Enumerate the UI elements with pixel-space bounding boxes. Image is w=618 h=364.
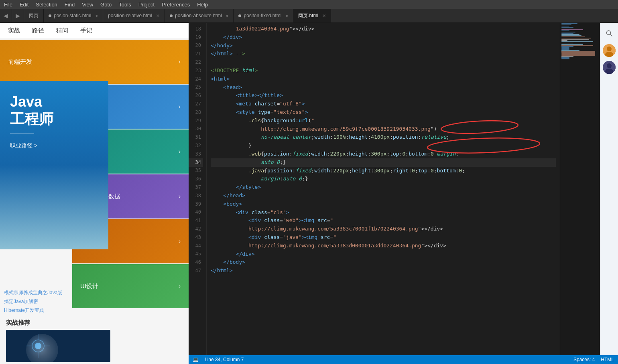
code-line-26: <title></title>: [211, 91, 556, 100]
ln-46: 46: [189, 258, 203, 267]
ln-35: 35: [189, 167, 203, 175]
menu-view[interactable]: View: [82, 2, 93, 8]
code-line-41: <div class="web"><img src=": [211, 216, 556, 225]
menu-edit[interactable]: Edit: [20, 2, 28, 8]
status-line-col[interactable]: Line 34, Column 7: [205, 357, 244, 362]
tab-close-icon[interactable]: ●: [95, 13, 98, 18]
ln-27: 27: [189, 100, 203, 108]
svg-point-3: [35, 343, 41, 349]
ln-31: 31: [189, 133, 203, 142]
tab-nav-forward[interactable]: ▶: [12, 9, 24, 22]
java-card-subtitle[interactable]: 职业路径 >: [10, 142, 98, 150]
status-encoding[interactable]: HTML: [601, 357, 614, 362]
tab-close-icon3[interactable]: ●: [226, 13, 229, 18]
tab-position-relative[interactable]: position-relative.html ✕: [103, 9, 165, 22]
tab-posion-static[interactable]: posion-static.html ●: [44, 9, 103, 22]
course-links: 模式宗师养成宝典之Java版 搞定Java加解密 Hibernate开发宝典: [4, 289, 62, 316]
code-line-37: </style>: [211, 183, 556, 192]
ln-41: 41: [189, 216, 203, 225]
code-line-38: </head>: [211, 192, 556, 200]
code-line-18: 1a3dd02240364.png"></div>: [211, 25, 556, 33]
minimap-line: [561, 58, 569, 59]
course-link-2[interactable]: 搞定Java加解密: [4, 298, 62, 305]
ln-22: 22: [189, 58, 203, 67]
search-icon-btn[interactable]: [602, 26, 616, 40]
code-line-24: <html>: [211, 75, 556, 83]
code-area[interactable]: 1a3dd02240364.png"></div> </div> </body>…: [207, 23, 560, 355]
java-card-title: Java工程师: [10, 93, 98, 127]
ln-44: 44: [189, 242, 203, 250]
tab-wangye-html[interactable]: 网页.html ✕: [293, 9, 331, 22]
arrow-icon3: ›: [179, 148, 181, 155]
editor-content[interactable]: 18 19 20 21 22 23 24 25 26 27 28 29 30 3…: [189, 23, 618, 355]
tab-posion-static-label: posion-static.html: [54, 13, 91, 18]
ln-34-active: 34: [189, 158, 203, 167]
avatar-1[interactable]: [603, 44, 616, 57]
minimap-line: [561, 39, 589, 40]
category-label: 前端开发: [8, 58, 32, 66]
category-design[interactable]: UI设计 ›: [72, 264, 189, 308]
minimap-line: [561, 35, 581, 36]
minimap-line: [561, 40, 567, 41]
minimap-line: [561, 41, 593, 42]
course-link-1[interactable]: 模式宗师养成宝典之Java版: [4, 289, 62, 296]
ln-39: 39: [189, 200, 203, 208]
minimap-line: [561, 32, 575, 33]
ln-40: 40: [189, 208, 203, 217]
avatar-2[interactable]: [603, 61, 616, 74]
menu-find[interactable]: Find: [65, 2, 75, 8]
tab-nav-back[interactable]: ◀: [0, 9, 12, 22]
main-area: 实战 路径 猜问 手记 前端开发 › 开发 › 开发: [0, 23, 618, 364]
editor-panel: 18 19 20 21 22 23 24 25 26 27 28 29 30 3…: [189, 23, 618, 364]
ln-25: 25: [189, 83, 203, 92]
nav-lujing[interactable]: 路径: [32, 27, 44, 34]
ln-36: 36: [189, 175, 203, 183]
tab-close-icon2[interactable]: ✕: [156, 13, 160, 18]
tab-dot2: [170, 14, 173, 17]
menu-project[interactable]: Project: [138, 2, 154, 8]
svg-point-13: [607, 47, 612, 51]
line-numbers: 18 19 20 21 22 23 24 25 26 27 28 29 30 3…: [189, 23, 207, 355]
arrow-icon4: ›: [179, 193, 181, 200]
minimap-line: [561, 34, 579, 35]
code-line-39: <body>: [211, 200, 556, 208]
minimap-line: [561, 36, 585, 38]
arrow-icon5: ›: [179, 238, 181, 245]
ln-42: 42: [189, 225, 203, 233]
course-link-3[interactable]: Hibernate开发宝典: [4, 307, 62, 314]
category-label6: UI设计: [80, 283, 98, 290]
recommended-image[interactable]: [6, 330, 110, 362]
code-line-22: [211, 58, 556, 67]
category-frontend1[interactable]: 前端开发 ›: [0, 40, 189, 84]
ln-30: 30: [189, 125, 203, 133]
nav-shizhan[interactable]: 实战: [8, 27, 20, 34]
tab-positon-fixed-label: positon-fixed.html: [244, 13, 281, 18]
tab-positon-fixed[interactable]: positon-fixed.html ●: [234, 9, 293, 22]
menu-file[interactable]: File: [4, 2, 12, 8]
ln-43: 43: [189, 233, 203, 242]
minimap-line: [561, 27, 573, 28]
ln-21: 21: [189, 50, 203, 58]
menu-preferences[interactable]: Preferences: [162, 2, 190, 8]
minimap-line: [561, 30, 569, 32]
search-icon: [606, 30, 613, 37]
code-line-45: </div>: [211, 250, 556, 259]
menu-selection[interactable]: Selection: [36, 2, 57, 8]
status-monitor-icon: 💻: [193, 357, 199, 362]
svg-line-11: [610, 34, 612, 36]
tab-wangye-icon[interactable]: 网页: [24, 9, 44, 22]
minimap-line: [561, 26, 569, 27]
tab-close-icon4[interactable]: ●: [286, 13, 289, 18]
status-spaces[interactable]: Spaces: 4: [573, 357, 595, 362]
tab-close-icon5[interactable]: ✕: [322, 13, 326, 18]
code-line-25: <head>: [211, 83, 556, 92]
nav-shouji[interactable]: 手记: [80, 27, 92, 34]
menu-goto[interactable]: Goto: [100, 2, 112, 8]
ln-47: 47: [189, 267, 203, 275]
tab-position-absolute[interactable]: position-absolute.html ●: [165, 9, 234, 22]
nav-caiwen[interactable]: 猜问: [56, 27, 68, 34]
ln-19: 19: [189, 33, 203, 42]
menu-tools[interactable]: Tools: [119, 2, 131, 8]
menu-help[interactable]: Help: [197, 2, 208, 8]
arrow-icon: ›: [179, 58, 181, 65]
